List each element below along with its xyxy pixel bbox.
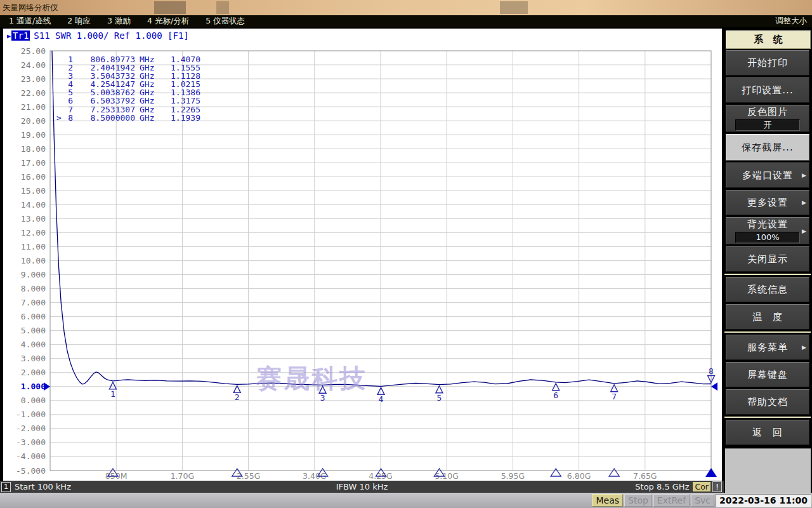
stop-frequency: Stop 8.5 GHz <box>635 482 689 491</box>
taskbar-indicators: MeasStopExtRefSvc <box>592 494 716 507</box>
svg-text:25.00: 25.00 <box>21 46 46 56</box>
menu-stimulus[interactable]: 3 激励 <box>107 16 131 27</box>
datetime: 2022-03-16 11:00 <box>716 494 811 507</box>
softkey-label: 打印设置... <box>742 84 793 97</box>
softkey-close-display[interactable]: 关闭显示 <box>726 246 809 272</box>
warning-badge: ! <box>712 481 722 492</box>
softkey-print-settings[interactable]: 打印设置... <box>726 77 809 103</box>
softkey-invert-image[interactable]: 反色图片开 <box>726 105 809 132</box>
svg-text:17.00: 17.00 <box>21 158 46 168</box>
softkey-label: 反色图片 <box>747 106 788 118</box>
svg-text:8.000: 8.000 <box>21 284 46 293</box>
menu-instrument-state[interactable]: 5 仪器状态 <box>206 16 245 27</box>
trace-pointer-icon: ▶ <box>7 32 11 39</box>
resize-button[interactable]: 调整大小 <box>775 16 807 27</box>
softkey-sidebar: 系 统 开始打印打印设置...反色图片开保存截屏...多端口设置▶更多设置▶背光… <box>724 29 812 492</box>
svg-text:7.65G: 7.65G <box>633 471 657 481</box>
softkey-label: 系统信息 <box>747 284 788 296</box>
svg-text:5: 5 <box>437 393 442 403</box>
svc-indicator: Svc <box>691 494 714 507</box>
svg-text:5.000: 5.000 <box>21 326 46 335</box>
trace-label[interactable]: Tr1 <box>11 30 30 41</box>
correction-badge: Cor <box>693 482 710 491</box>
svg-text:3.000: 3.000 <box>21 354 46 363</box>
softkey-help-docs[interactable]: 帮助文档 <box>726 389 809 415</box>
titlebar-ghost <box>216 1 229 14</box>
softkey-value: 开 <box>735 119 800 131</box>
softkey-more-settings[interactable]: 更多设置▶ <box>726 190 809 215</box>
ifbw-value: IFBW 10 kHz <box>0 482 724 491</box>
sidebar-separator <box>724 417 811 418</box>
softkey-backlight-settings[interactable]: 背光设置100%▶ <box>726 217 809 244</box>
menu-response[interactable]: 2 响应 <box>67 16 91 27</box>
trace-format-text: S11 SWR 1.000/ Ref 1.000 [F1] <box>34 30 188 41</box>
svg-text:-4.000: -4.000 <box>16 451 46 461</box>
svg-text:10.00: 10.00 <box>21 256 46 265</box>
menu-items: 1 通道/迹线2 响应3 激励4 光标/分析5 仪器状态 <box>0 16 261 27</box>
softkey-start-print[interactable]: 开始打印 <box>726 50 809 76</box>
svg-text:8: 8 <box>709 366 714 376</box>
svg-text:7: 7 <box>612 392 617 401</box>
menu-marker-analysis[interactable]: 4 光标/分析 <box>147 16 189 27</box>
softkey-label: 开始打印 <box>747 57 788 69</box>
status-bar: 1 Start 100 kHz IFBW 10 kHz Stop 8.5 GHz… <box>0 481 724 493</box>
sidebar-separator <box>724 274 811 275</box>
svg-text:15.00: 15.00 <box>21 186 46 196</box>
svg-text:1: 1 <box>110 389 115 399</box>
submenu-arrow-icon: ▶ <box>802 228 807 234</box>
softkey-temperature[interactable]: 温 度 <box>726 304 809 330</box>
svg-text:1.000: 1.000 <box>21 382 46 391</box>
svg-text:2.000: 2.000 <box>21 368 46 377</box>
titlebar-ghost <box>154 1 186 14</box>
softkey-save-screenshot[interactable]: 保存截屏... <box>726 134 809 161</box>
svg-text:20.00: 20.00 <box>21 116 46 126</box>
softkey-menu-title: 系 统 <box>726 30 811 49</box>
sidebar-separator <box>724 331 811 333</box>
softkey-label: 多端口设置 <box>742 170 793 182</box>
marker-row-6: 66.5033792GHz1.3175 <box>56 97 200 105</box>
softkey-label: 帮助文档 <box>747 396 788 408</box>
svg-text:21.00: 21.00 <box>21 102 46 112</box>
svg-text:18.00: 18.00 <box>21 144 46 154</box>
svg-text:6.80G: 6.80G <box>567 471 591 481</box>
svg-text:-5.000: -5.000 <box>16 466 46 476</box>
svg-text:-2.000: -2.000 <box>16 424 46 433</box>
svg-text:7.000: 7.000 <box>21 298 46 307</box>
svg-text:19.00: 19.00 <box>21 130 46 140</box>
svg-text:4: 4 <box>379 394 384 404</box>
svg-text:14.00: 14.00 <box>21 200 46 210</box>
trace-header: ▶ Tr1 S11 SWR 1.000/ Ref 1.000 [F1] <box>7 30 189 41</box>
channel-indicator: 1 <box>1 482 11 492</box>
title-bar: 矢量网络分析仪 <box>0 0 812 15</box>
softkey-label: 温 度 <box>752 311 783 323</box>
svg-text:2: 2 <box>235 392 240 402</box>
softkey-label: 返 回 <box>752 427 783 439</box>
softkey-label: 保存截屏... <box>742 142 793 154</box>
taskbar: MeasStopExtRefSvc 2022-03-16 11:00 <box>0 493 812 508</box>
softkey-screen-keyboard[interactable]: 屏幕键盘 <box>726 362 809 387</box>
svg-text:24.00: 24.00 <box>21 60 46 70</box>
submenu-arrow-icon: ▶ <box>802 199 807 206</box>
softkey-label: 关闭显示 <box>747 253 788 265</box>
svg-text:1.70G: 1.70G <box>171 471 195 481</box>
extref-indicator: ExtRef <box>653 494 690 507</box>
watermark: 赛晟科技 <box>256 361 367 396</box>
softkey-label: 更多设置 <box>747 197 788 209</box>
status-right: Stop 8.5 GHz Cor ! <box>635 481 724 492</box>
svg-text:-1.000: -1.000 <box>16 410 46 419</box>
svg-text:0.000: 0.000 <box>21 396 46 405</box>
svg-text:16.00: 16.00 <box>21 172 46 182</box>
svg-text:9.000: 9.000 <box>21 270 46 279</box>
menu-channel-trace[interactable]: 1 通道/迹线 <box>9 16 51 27</box>
svg-text:13.00: 13.00 <box>21 214 46 224</box>
softkey-system-info[interactable]: 系统信息 <box>726 277 809 302</box>
svg-text:11.00: 11.00 <box>21 242 46 251</box>
softkey-back[interactable]: 返 回 <box>726 420 809 445</box>
softkey-multiport-settings[interactable]: 多端口设置▶ <box>726 163 809 188</box>
menu-bar: 1 通道/迹线2 响应3 激励4 光标/分析5 仪器状态 调整大小 <box>0 15 812 27</box>
softkey-value: 100% <box>735 232 800 243</box>
meas-indicator: Meas <box>592 494 623 507</box>
stop-indicator: Stop <box>624 494 652 507</box>
softkey-label: 背光设置 <box>747 218 788 231</box>
softkey-service-menu[interactable]: 服务菜单▶ <box>726 335 809 360</box>
